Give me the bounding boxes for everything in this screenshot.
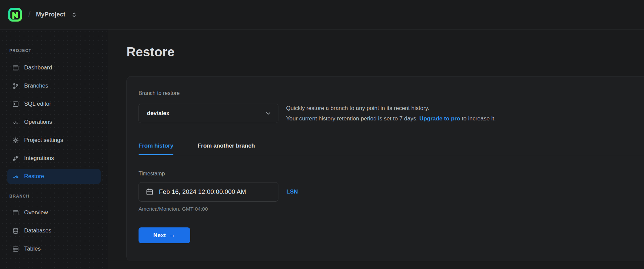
timestamp-row: Feb 16, 2024 12:00:00.000 AM LSN	[139, 177, 637, 202]
neon-logo-icon[interactable]	[8, 8, 22, 22]
sidebar: PROJECT Dashboard Branches	[0, 30, 108, 269]
sidebar-item-label: Dashboard	[24, 64, 52, 71]
branches-icon	[12, 83, 19, 90]
overview-icon	[12, 209, 19, 216]
restore-description: Quickly restore a branch to any point in…	[286, 103, 496, 124]
section-label-branch: BRANCH	[9, 194, 101, 199]
branch-select[interactable]: dev/alex	[139, 104, 278, 123]
section-label-project: PROJECT	[9, 48, 101, 53]
sidebar-item-label: SQL editor	[24, 101, 51, 107]
timestamp-label: Timestamp	[139, 171, 637, 177]
integrations-icon	[12, 155, 19, 162]
sidebar-item-label: Databases	[24, 227, 51, 234]
description-line2-text: Your current history retention period is…	[286, 115, 419, 122]
sidebar-item-label: Restore	[24, 173, 44, 180]
branch-to-restore-label: Branch to restore	[139, 90, 637, 96]
sidebar-section-project: PROJECT Dashboard Branches	[7, 48, 101, 184]
tab-from-history[interactable]: From history	[139, 143, 173, 155]
sidebar-item-branches[interactable]: Branches	[7, 78, 101, 93]
description-line2-tail: to increase it.	[460, 115, 496, 122]
restore-icon	[12, 173, 19, 180]
sidebar-item-project-settings[interactable]: Project settings	[7, 133, 101, 148]
project-name[interactable]: MyProject	[36, 11, 65, 18]
next-button[interactable]: Next →	[139, 227, 190, 243]
operations-icon	[12, 119, 19, 126]
page-title: Restore	[126, 45, 644, 60]
topbar: / MyProject	[0, 0, 644, 30]
sidebar-item-label: Overview	[24, 209, 48, 216]
tables-icon	[12, 246, 19, 253]
sidebar-item-operations[interactable]: Operations	[7, 115, 101, 129]
sidebar-item-databases[interactable]: Databases	[7, 223, 101, 238]
timestamp-input[interactable]: Feb 16, 2024 12:00:00.000 AM	[139, 182, 278, 202]
project-switcher-chevron-updown-icon[interactable]	[70, 10, 78, 19]
branch-select-value: dev/alex	[147, 110, 169, 117]
main-content: Restore Branch to restore dev/alex Quick…	[108, 30, 644, 269]
upgrade-to-pro-link[interactable]: Upgrade to pro	[419, 115, 460, 122]
description-line1: Quickly restore a branch to any point in…	[286, 103, 496, 113]
dashboard-icon	[12, 64, 19, 71]
sidebar-item-overview[interactable]: Overview	[7, 205, 101, 220]
sidebar-item-restore[interactable]: Restore	[7, 169, 101, 184]
restore-card: Branch to restore dev/alex Quickly resto…	[126, 76, 644, 261]
chevron-down-icon	[265, 110, 272, 117]
sidebar-item-label: Project settings	[24, 137, 63, 144]
breadcrumb-divider: /	[28, 9, 31, 19]
sql-editor-icon	[12, 101, 19, 108]
sidebar-item-label: Branches	[24, 83, 48, 89]
timezone-note: America/Moncton, GMT-04:00	[139, 206, 637, 212]
description-line2: Your current history retention period is…	[286, 113, 496, 124]
sidebar-item-tables[interactable]: Tables	[7, 241, 101, 256]
sidebar-section-branch: BRANCH Overview Databases	[7, 194, 101, 256]
timestamp-value: Feb 16, 2024 12:00:00.000 AM	[159, 188, 246, 196]
next-button-label: Next	[153, 232, 166, 239]
sidebar-item-integrations[interactable]: Integrations	[7, 151, 101, 166]
databases-icon	[12, 227, 19, 234]
sidebar-item-label: Integrations	[24, 155, 54, 162]
sidebar-item-dashboard[interactable]: Dashboard	[7, 60, 101, 75]
lsn-link[interactable]: LSN	[286, 189, 298, 195]
sidebar-item-label: Tables	[24, 246, 41, 252]
sidebar-item-label: Operations	[24, 119, 52, 125]
sidebar-item-sql-editor[interactable]: SQL editor	[7, 97, 101, 111]
tab-from-another-branch[interactable]: From another branch	[198, 143, 255, 155]
calendar-icon[interactable]	[146, 188, 154, 196]
branch-select-row: dev/alex Quickly restore a branch to any…	[139, 96, 637, 124]
gear-icon	[12, 137, 19, 144]
restore-tabs: From history From another branch	[139, 143, 644, 155]
arrow-right-icon: →	[169, 231, 175, 239]
